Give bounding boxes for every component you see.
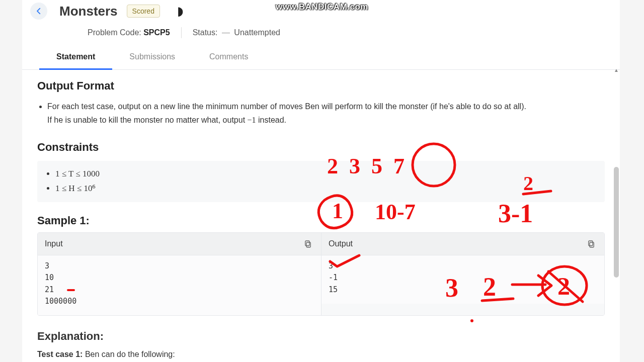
- copy-input-button[interactable]: [302, 238, 314, 250]
- sample-output-col: Output 3 -1 15: [321, 233, 604, 315]
- constraint-1: 1 ≤ T ≤ 1000: [55, 167, 597, 182]
- moon-icon: ◗: [177, 4, 184, 18]
- output-format-line1: For each test case, output on a new line…: [47, 100, 605, 113]
- content-area[interactable]: Output Format For each test case, output…: [22, 65, 620, 362]
- sample-output-label: Output: [329, 239, 353, 248]
- app-frame: Monsters Scored ◗ Problem Code: SPCP5 St…: [22, 0, 620, 362]
- scroll-track[interactable]: [613, 66, 620, 362]
- svg-rect-1: [305, 241, 309, 246]
- constraints-box: 1 ≤ T ≤ 1000 1 ≤ H ≤ 10⁶: [37, 161, 605, 202]
- neg-one: −1: [248, 116, 256, 124]
- sample-input-label: Input: [45, 239, 63, 248]
- svg-rect-3: [589, 241, 593, 246]
- anno-underline-21: [67, 289, 75, 291]
- explanation-heading: Explanation:: [37, 330, 605, 343]
- problem-code-label: Problem Code:: [88, 28, 143, 37]
- output-format-line2a: If he is unable to kill the monster no m…: [47, 116, 248, 124]
- theme-toggle[interactable]: ◗: [177, 4, 184, 18]
- copy-icon: [587, 239, 596, 248]
- header: Monsters Scored ◗: [22, 0, 620, 22]
- tc-num: 1:: [75, 350, 83, 358]
- back-button[interactable]: [30, 3, 47, 20]
- badge-scored: Scored: [127, 5, 160, 18]
- testcase-1-line: Test case 1: Ben can do the following:: [37, 350, 605, 359]
- status-label: Status:: [193, 28, 218, 37]
- divider: [181, 27, 182, 38]
- problem-code: Problem Code: SPCP5: [88, 28, 170, 37]
- constraints-heading: Constraints: [37, 141, 605, 154]
- tc-rest: Ben can do the following:: [83, 350, 175, 358]
- output-format-heading: Output Format: [37, 79, 605, 93]
- scroll-thumb[interactable]: [614, 167, 619, 278]
- status: Status: — Unattempted: [193, 28, 280, 37]
- sample-grid: Input 3 10 21 1000000 Output 3 -1 15: [37, 232, 605, 316]
- page-title: Monsters: [59, 4, 118, 19]
- tc-label: Test case: [37, 350, 75, 358]
- subheader: Problem Code: SPCP5 Status: — Unattempte…: [22, 22, 620, 45]
- problem-code-value: SPCP5: [143, 28, 170, 37]
- scrollbar-vertical[interactable]: ▲: [613, 66, 620, 362]
- constraint-2: 1 ≤ H ≤ 10⁶: [55, 182, 597, 196]
- output-format-list: For each test case, output on a new line…: [37, 100, 605, 113]
- sample-output-body: 3 -1 15: [321, 255, 604, 304]
- svg-rect-2: [590, 242, 594, 247]
- svg-rect-0: [306, 242, 310, 247]
- status-dash: —: [222, 28, 230, 37]
- status-value: Unattempted: [234, 28, 280, 37]
- output-format-line2: If he is unable to kill the monster no m…: [47, 113, 605, 127]
- sample-input-col: Input 3 10 21 1000000: [38, 233, 321, 315]
- sample-input-body: 3 10 21 1000000: [38, 255, 321, 315]
- copy-output-button[interactable]: [585, 238, 597, 250]
- copy-icon: [303, 239, 312, 248]
- output-format-line2b: instead.: [256, 116, 286, 124]
- sample-title: Sample 1:: [37, 214, 605, 227]
- arrow-left-icon: [34, 7, 43, 16]
